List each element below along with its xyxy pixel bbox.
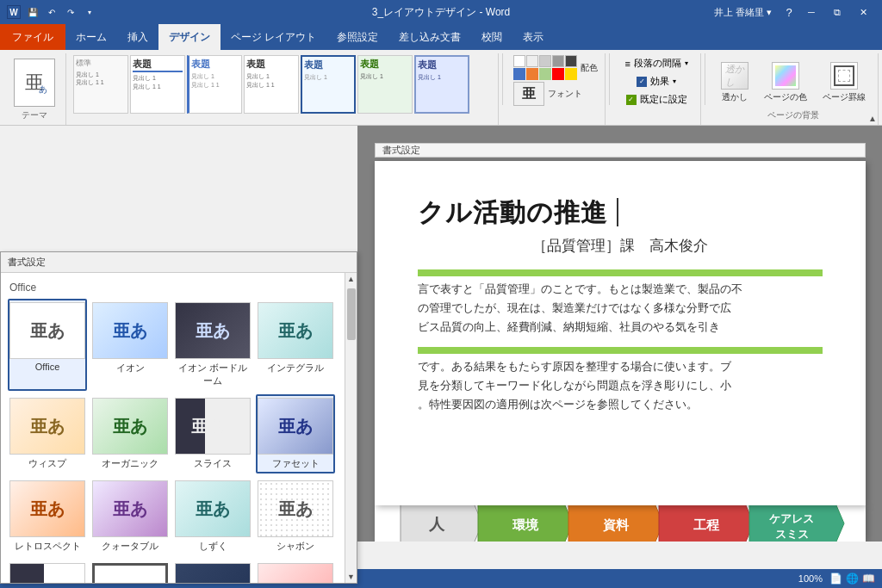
- minimize-button[interactable]: ─: [799, 0, 823, 24]
- theme-button[interactable]: 亜 あ: [10, 57, 59, 108]
- style-alt[interactable]: 表題 見出し 1: [357, 55, 413, 114]
- pagebg-section: 透かし 透かし ページの色: [709, 53, 879, 125]
- theme-ion-thumb: 亜あ: [92, 302, 168, 359]
- doc-subtitle: ［品質管理］課 高木俊介: [418, 236, 823, 256]
- scroll-up-button[interactable]: ▲: [345, 273, 357, 285]
- view-web-btn[interactable]: 🌐: [846, 573, 859, 585]
- theme-berlin[interactable]: 亜あ ベルリン: [173, 560, 252, 583]
- theme-bubble-thumb: 亜あ: [258, 480, 333, 537]
- page-border-label: ページ罫線: [823, 91, 866, 103]
- undo-button[interactable]: ↶: [43, 3, 60, 21]
- ribbon-content: 亜 あ テーマ 標準 見出し 1見出し 1 1: [0, 50, 882, 126]
- style-alt2[interactable]: 表題 見出し 1: [414, 55, 469, 114]
- svg-text:工程: 工程: [693, 517, 720, 532]
- word-icon: W: [7, 5, 21, 19]
- style-selected[interactable]: 表題 見出し 1: [301, 55, 356, 114]
- view-print-btn[interactable]: 📄: [829, 573, 842, 585]
- divider1: [502, 53, 503, 105]
- theme-integral-thumb: 亜あ: [258, 302, 333, 359]
- watermark-button[interactable]: 透かし 透かし: [716, 59, 754, 107]
- theme-organic-thumb: 亜あ: [92, 398, 168, 455]
- spacing-section: ≡ 段落の間隔 ▾ ✓ 効果 ▾ ✓ 既定に設定: [613, 53, 701, 125]
- theme-quotable[interactable]: 亜あ クォータブル: [90, 477, 170, 556]
- theme-frame[interactable]: 亜あ フレーム: [90, 560, 170, 583]
- theme-office[interactable]: 亜あ Office: [8, 299, 87, 391]
- tab-home[interactable]: ホーム: [65, 24, 117, 50]
- redo-button[interactable]: ↷: [62, 3, 79, 21]
- spacing-content: ≡ 段落の間隔 ▾ ✓ 効果 ▾ ✓ 既定に設定: [620, 55, 693, 123]
- page-color-button[interactable]: ページの色: [759, 59, 812, 107]
- title-bar-left: W 💾 ↶ ↷ ▾: [7, 3, 98, 21]
- tab-pagelayout[interactable]: ページ レイアウト: [220, 24, 326, 50]
- style-heading1[interactable]: 表題 見出し 1見出し 1 1: [130, 55, 185, 114]
- theme-organic-name: オーガニック: [102, 457, 158, 470]
- theme-main-event[interactable]: 亜あ メイン イベント: [256, 560, 335, 583]
- theme-damask[interactable]: 亜あ タマスク: [8, 560, 87, 583]
- paragraph-spacing-button[interactable]: ≡ 段落の間隔 ▾: [620, 55, 693, 71]
- tab-review[interactable]: 校閲: [471, 24, 512, 50]
- theme-drop-name: しずく: [199, 540, 227, 553]
- page-color-icon: [772, 62, 799, 90]
- theme-damask-thumb: 亜あ: [9, 563, 85, 583]
- tab-insert[interactable]: 挿入: [117, 24, 158, 50]
- view-read-btn[interactable]: 📖: [862, 573, 875, 585]
- help-button[interactable]: ?: [780, 3, 798, 21]
- theme-wisp[interactable]: 亜あ ウィスプ: [8, 394, 87, 473]
- doc-body-line5: 見を分類してキーワード化しながら問題点を浮き彫りにし、小: [418, 376, 823, 395]
- divider2: [609, 53, 610, 105]
- panel-scrollbar: ▲ ▼: [345, 273, 357, 583]
- style-title[interactable]: 表題 見出し 1見出し 1 1: [187, 55, 242, 114]
- save-button[interactable]: 💾: [24, 3, 41, 21]
- dropdown-scroll-area[interactable]: Office 亜あ Office 亜あ: [1, 273, 357, 583]
- doc-body-line4: です。ある結果をもたらす原因を整理する場合に使います。ブ: [418, 357, 823, 376]
- theme-retrospect[interactable]: 亜あ レトロスペクト: [8, 477, 87, 556]
- theme-organic[interactable]: 亜あ オーガニック: [90, 394, 170, 473]
- tab-mailings[interactable]: 差し込み文書: [388, 24, 471, 50]
- theme-retrospect-thumb: 亜あ: [9, 480, 85, 537]
- set-default-button[interactable]: ✓ 既定に設定: [621, 91, 693, 108]
- restore-button[interactable]: ⧉: [825, 0, 849, 24]
- theme-section-content: 亜 あ: [10, 55, 59, 109]
- theme-ion-boardroom-thumb: 亜あ: [175, 302, 251, 359]
- color-label[interactable]: 配色: [581, 62, 598, 74]
- scroll-thumb[interactable]: [347, 288, 356, 340]
- scroll-down-button[interactable]: ▼: [345, 571, 357, 583]
- effects-button[interactable]: ✓ 効果 ▾: [631, 73, 681, 90]
- page-border-button[interactable]: ページ罫線: [817, 59, 871, 107]
- theme-office-name: Office: [35, 362, 60, 372]
- theme-slice[interactable]: 亜あ スライス: [173, 394, 252, 473]
- style-heading2[interactable]: 表題 見出し 1見出し 1 1: [244, 55, 299, 114]
- dropdown-section-label: Office: [6, 278, 341, 299]
- ribbon-tabs: ファイル ホーム 挿入 デザイン ページ レイアウト 参照設定 差し込み文書 校…: [0, 24, 882, 50]
- coloreffects-content: 配色 亜 フォント: [513, 55, 598, 123]
- theme-bubble-name: シャボン: [276, 540, 314, 553]
- theme-ion-boardroom[interactable]: 亜あ イオン ボードルーム: [173, 299, 252, 391]
- theme-facet[interactable]: 亜あ ファセット: [256, 394, 335, 473]
- theme-facet-name: ファセット: [272, 457, 320, 470]
- font-label[interactable]: フォント: [548, 88, 582, 100]
- ribbon-collapse-button[interactable]: ▲: [866, 112, 879, 124]
- watermark-icon: 透かし: [721, 62, 748, 90]
- format-options-bar: 書式設定: [375, 143, 866, 158]
- ribbon: 亜 あ テーマ 標準 見出し 1見出し 1 1: [0, 50, 882, 126]
- theme-integral[interactable]: 亜あ インテグラル: [256, 299, 335, 391]
- theme-drop[interactable]: 亜あ しずく: [173, 477, 252, 556]
- theme-office-thumb: 亜あ: [9, 302, 85, 359]
- pagebg-content: 透かし 透かし ページの色: [716, 55, 871, 109]
- font-button[interactable]: 亜: [513, 82, 544, 106]
- close-button[interactable]: ✕: [851, 0, 875, 24]
- doc-diagram: 人 環境 資料 工程 ケアレス スミス: [375, 505, 866, 542]
- svg-text:資料: 資料: [603, 517, 630, 532]
- tab-file[interactable]: ファイル: [0, 24, 65, 50]
- zoom: 100%: [798, 573, 823, 584]
- dropdown-header: 書式設定: [1, 252, 357, 273]
- tab-design[interactable]: デザイン: [158, 24, 220, 50]
- tab-references[interactable]: 参照設定: [326, 24, 388, 50]
- tab-view[interactable]: 表示: [512, 24, 554, 50]
- theme-bubble[interactable]: 亜あ シャボン: [256, 477, 335, 556]
- divider3: [705, 53, 705, 105]
- customize-quick-access-button[interactable]: ▾: [81, 3, 98, 21]
- style-normal[interactable]: 標準 見出し 1見出し 1 1: [73, 55, 128, 114]
- theme-ion[interactable]: 亜あ イオン: [90, 299, 170, 391]
- theme-icon: 亜 あ: [14, 59, 55, 107]
